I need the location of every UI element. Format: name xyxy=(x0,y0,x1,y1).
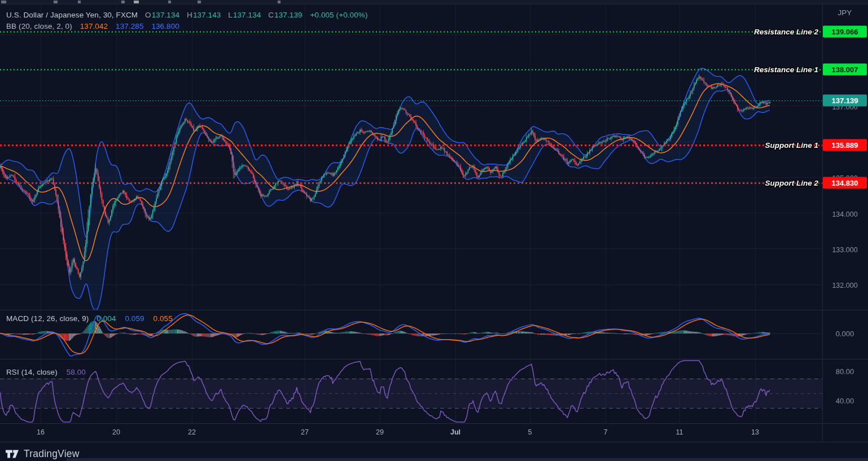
close-value: 137.139 xyxy=(274,11,303,19)
time-axis-label: 7 xyxy=(604,428,608,436)
hline-label-resistance-line-2[interactable]: Resistance Line 2 xyxy=(754,28,818,36)
low-value: 137.134 xyxy=(233,11,261,19)
price-axis-label[interactable]: 134.000 xyxy=(823,210,866,218)
high-label: H xyxy=(187,11,192,19)
time-axis-label: 16 xyxy=(37,428,45,436)
macd-hist-value: 0.004 xyxy=(97,314,116,323)
rsi-legend-row[interactable]: RSI (14, close) 58.00 xyxy=(6,368,86,376)
price-tag-resistance-line-1: 138.007 xyxy=(823,64,867,76)
price-axis-label[interactable]: 132.000 xyxy=(823,282,866,289)
price-tag-support-line-1: 135.889 xyxy=(823,139,867,151)
macd-legend-row[interactable]: MACD (12, 26, close, 9) 0.004 0.059 0.05… xyxy=(6,314,173,323)
macd-indicator-title[interactable]: MACD (12, 26, close, 9) xyxy=(6,314,89,323)
tradingview-chart-window: { "legend": { "symbol_title": "U.S. Doll… xyxy=(0,0,868,461)
low-label: L xyxy=(228,11,233,19)
price-tag-support-line-2: 134.830 xyxy=(823,177,867,189)
bb-basis-value: 137.042 xyxy=(80,22,108,30)
time-axis-label: 5 xyxy=(528,428,532,436)
taskbar-edge xyxy=(67,458,868,461)
high-value: 137.143 xyxy=(193,11,221,19)
bb-upper-value: 137.285 xyxy=(116,22,144,30)
time-axis-label: Jul xyxy=(450,428,461,436)
price-tag-resistance-line-2: 139.066 xyxy=(823,26,867,38)
tradingview-logo[interactable]: TradingView xyxy=(6,448,80,460)
time-axis-label: 13 xyxy=(751,428,759,436)
rsi-axis-label[interactable]: 80.00 xyxy=(823,367,866,376)
chart-canvas[interactable] xyxy=(0,0,868,461)
rsi-value: 58.00 xyxy=(67,368,86,376)
symbol-title[interactable]: U.S. Dollar / Japanese Yen, 30, FXCM xyxy=(6,11,138,19)
macd-axis-label[interactable]: 0.000 xyxy=(823,330,866,338)
price-axis-label[interactable]: 133.000 xyxy=(823,246,866,254)
tradingview-logo-icon xyxy=(6,449,20,459)
open-value: 137.134 xyxy=(152,11,180,19)
time-axis-label: 27 xyxy=(301,428,309,436)
rsi-axis-label[interactable]: 40.00 xyxy=(823,397,866,405)
open-label: O xyxy=(145,11,151,19)
bb-legend-row[interactable]: BB (20, close, 2, 0) 137.042 137.285 136… xyxy=(6,22,179,30)
time-axis-label: 20 xyxy=(112,428,120,436)
time-axis-label: 11 xyxy=(676,428,683,436)
change-value: +0.005 (+0.00%) xyxy=(310,11,367,19)
bb-lower-value: 136.800 xyxy=(151,22,179,30)
hline-label-resistance-line-1[interactable]: Resistance Line 1 xyxy=(754,65,818,74)
close-label: C xyxy=(268,11,274,19)
symbol-legend-row[interactable]: U.S. Dollar / Japanese Yen, 30, FXCM O13… xyxy=(6,11,368,19)
price-tag-current-price-line: 137.139 xyxy=(823,95,867,107)
time-axis-label: 29 xyxy=(376,428,384,436)
time-axis-label: 22 xyxy=(188,428,196,436)
hline-label-support-line-1[interactable]: Support Line 1 xyxy=(765,141,819,150)
price-axis-currency[interactable]: JPY xyxy=(823,8,866,17)
macd-signal-value: 0.055 xyxy=(154,314,173,323)
bb-indicator-title[interactable]: BB (20, close, 2, 0) xyxy=(6,22,72,30)
tradingview-logo-text: TradingView xyxy=(24,448,80,460)
macd-line-value: 0.059 xyxy=(125,314,144,323)
hline-label-support-line-2[interactable]: Support Line 2 xyxy=(765,179,819,187)
window-top-edge xyxy=(0,0,868,5)
rsi-indicator-title[interactable]: RSI (14, close) xyxy=(6,368,58,376)
